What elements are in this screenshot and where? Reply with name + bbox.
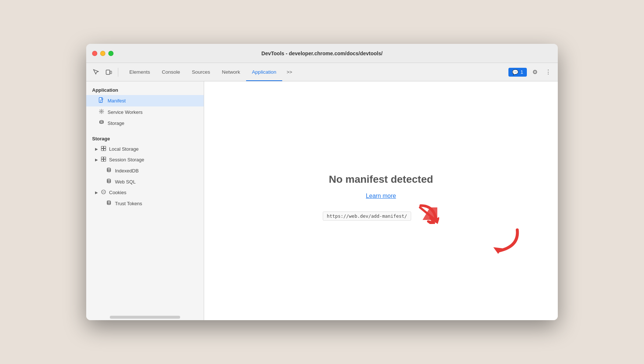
tab-sources[interactable]: Sources (186, 63, 216, 81)
db-icon-indexeddb (105, 167, 112, 174)
svg-point-22 (107, 182, 111, 183)
grid-icon-local-storage (100, 146, 107, 152)
sidebar-item-cookies[interactable]: ▶ Cookies (86, 187, 204, 198)
sidebar-item-web-sql[interactable]: Web SQL (86, 176, 204, 187)
session-storage-label: Session Storage (109, 157, 144, 162)
toolbar-right: 💬 1 ⚙ ⋮ (508, 67, 553, 77)
svg-rect-16 (104, 160, 106, 162)
panel-content: No manifest detected Learn more https://… (204, 81, 558, 320)
toolbar-tabs: Elements Console Sources Network Applica… (123, 63, 282, 81)
svg-rect-1 (110, 71, 112, 74)
manifest-label: Manifest (108, 98, 126, 104)
issues-button[interactable]: 💬 1 (508, 68, 527, 77)
svg-point-8 (99, 122, 103, 123)
no-manifest-heading: No manifest detected (329, 174, 433, 185)
toolbar: Elements Console Sources Network Applica… (86, 63, 558, 81)
device-toolbar-button[interactable] (103, 67, 114, 78)
inspect-element-button[interactable] (91, 67, 102, 78)
db-icon-trust-tokens (105, 200, 112, 207)
learn-more-link[interactable]: Learn more (366, 193, 396, 199)
sidebar-item-manifest[interactable]: Manifest (86, 95, 204, 106)
service-workers-label: Service Workers (108, 109, 143, 115)
sidebar-item-indexeddb[interactable]: IndexedDB (86, 165, 204, 176)
db-icon (98, 120, 105, 126)
svg-point-31 (107, 203, 111, 205)
db-icon-web-sql (105, 178, 112, 185)
local-storage-label: Local Storage (109, 146, 139, 152)
gear-icon (98, 109, 105, 115)
cookie-icon (100, 189, 107, 196)
trust-tokens-label: Trust Tokens (115, 201, 142, 206)
svg-rect-10 (104, 146, 106, 148)
grid-icon-session-storage (100, 157, 107, 163)
expand-arrow-local-storage: ▶ (95, 147, 98, 151)
window-title: DevTools - developer.chrome.com/docs/dev… (262, 50, 383, 56)
file-icon (98, 97, 105, 104)
expand-arrow-session-storage: ▶ (95, 158, 98, 162)
svg-point-24 (102, 191, 103, 192)
url-tooltip: https://web.dev/add-manifest/ (323, 211, 411, 221)
toolbar-divider (118, 68, 118, 77)
cookies-label: Cookies (109, 190, 126, 195)
sidebar-item-storage-main[interactable]: Storage (86, 118, 204, 129)
web-sql-label: Web SQL (115, 179, 136, 185)
maximize-button[interactable] (108, 51, 113, 56)
close-button[interactable] (92, 51, 97, 56)
tab-console[interactable]: Console (156, 63, 186, 81)
traffic-lights (92, 51, 113, 56)
svg-rect-11 (101, 149, 104, 151)
devtools-window: DevTools - developer.chrome.com/docs/dev… (86, 44, 558, 320)
sidebar: Application Manifest (86, 81, 204, 320)
application-section-title: Application (86, 86, 204, 95)
svg-point-6 (101, 111, 102, 112)
annotation-arrow (491, 228, 521, 254)
svg-rect-12 (104, 149, 106, 151)
sidebar-scroll: Application Manifest (86, 81, 204, 314)
svg-point-19 (107, 171, 111, 172)
storage-section-title: Storage (86, 134, 204, 144)
more-icon: ⋮ (545, 69, 551, 76)
svg-point-26 (102, 192, 103, 193)
svg-point-27 (104, 192, 105, 193)
red-arrow-annotation (417, 204, 439, 228)
main-content: Application Manifest (86, 81, 558, 320)
sidebar-item-session-storage[interactable]: ▶ Session Storage (86, 154, 204, 165)
svg-rect-14 (104, 157, 106, 159)
svg-rect-9 (101, 146, 104, 148)
issues-icon: 💬 (512, 69, 518, 75)
sidebar-item-local-storage[interactable]: ▶ Local Storage (86, 144, 204, 154)
svg-rect-0 (106, 70, 110, 74)
more-tabs-button[interactable]: >> (284, 69, 295, 75)
svg-rect-15 (101, 160, 104, 162)
svg-rect-13 (101, 157, 104, 159)
storage-label: Storage (108, 120, 125, 126)
expand-arrow-cookies: ▶ (95, 190, 98, 195)
indexeddb-label: IndexedDB (115, 168, 139, 174)
tab-application[interactable]: Application (246, 63, 282, 81)
svg-point-25 (104, 191, 105, 192)
settings-icon: ⚙ (532, 69, 538, 76)
sidebar-scrollbar[interactable] (110, 316, 180, 319)
sidebar-item-trust-tokens[interactable]: Trust Tokens (86, 198, 204, 209)
svg-point-28 (103, 192, 104, 192)
settings-button[interactable]: ⚙ (530, 67, 540, 77)
issues-count: 1 (521, 69, 523, 75)
more-options-button[interactable]: ⋮ (543, 67, 553, 77)
minimize-button[interactable] (100, 51, 105, 56)
sidebar-item-service-workers[interactable]: Service Workers (86, 106, 204, 118)
tab-elements[interactable]: Elements (123, 63, 156, 81)
sidebar-separator-1 (86, 129, 204, 134)
tab-network[interactable]: Network (216, 63, 246, 81)
title-bar: DevTools - developer.chrome.com/docs/dev… (86, 44, 558, 63)
